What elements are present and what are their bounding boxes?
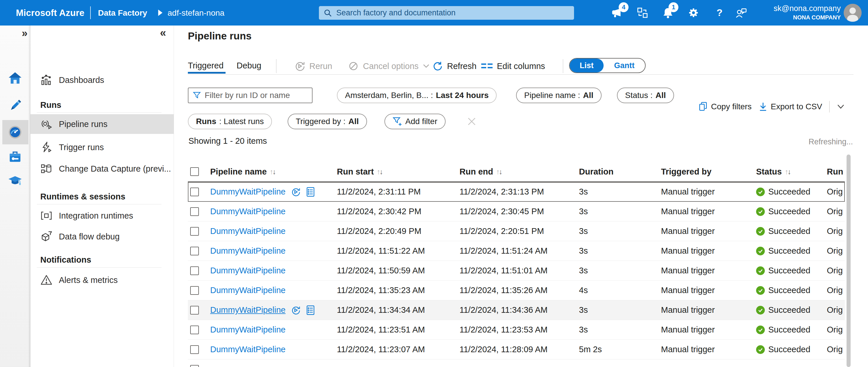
table-row[interactable]: DummyWaitPipeline 11/2/2024, 11:23:51 AM… [188,320,845,340]
pipeline-name-filter-pill[interactable]: Pipeline name : All [516,88,601,103]
collapse-sidebar-icon[interactable]: « [160,27,166,39]
rerun-button[interactable]: Rerun [294,59,332,73]
account-info[interactable]: sk@nona.company NONA COMPANY [774,4,841,21]
avatar[interactable] [844,4,862,22]
monitor-gauge-icon[interactable] [7,125,23,140]
data-flow-debug-icon [40,231,53,243]
pipeline-run-link[interactable]: DummyWaitPipeline [210,345,285,354]
clear-filters-icon[interactable] [466,116,477,127]
duration-cell: 3s [579,246,661,256]
triggered-by-filter-pill[interactable]: Triggered by : All [288,114,367,129]
run-id-header[interactable]: Run [827,167,845,177]
toggle-gantt[interactable]: Gantt [603,59,645,72]
sidebar-item-dashboards[interactable]: Dashboards [30,70,174,90]
run-start-cell: 11/2/2024, 2:30:42 PM [337,207,460,216]
run-start-header[interactable]: Run start↑↓ [337,167,460,177]
table-row[interactable]: DummyWaitPipeline 11/2/2024, 11:34:34 AM… [188,300,845,320]
tab-debug[interactable]: Debug [237,61,261,70]
pipeline-run-link[interactable]: DummyWaitPipeline [210,325,285,335]
table-row[interactable] [188,360,845,367]
sidebar-item-change-data-capture[interactable]: Change Data Capture (previ... [30,159,174,179]
expand-rail-icon[interactable]: » [22,27,28,39]
duration-header[interactable]: Duration [579,167,661,177]
rerun-icon[interactable] [291,187,301,197]
cancel-options-button[interactable]: Cancel options [348,59,430,73]
sidebar-item-data-flow-debug[interactable]: Data flow debug [30,227,174,246]
sidebar-item-alerts-metrics[interactable]: Alerts & metrics [30,270,174,290]
timezone-time-filter-pill[interactable]: Amsterdam, Berlin, B... : Last 24 hours [337,88,497,103]
row-checkbox[interactable] [190,306,199,314]
table-row[interactable]: DummyWaitPipeline 11/2/2024, 11:51:22 AM… [188,241,845,261]
runs-filter-label: Runs [196,117,216,126]
home-icon[interactable] [7,71,23,86]
row-checkbox[interactable] [190,286,199,295]
sidebar-item-trigger-runs[interactable]: Trigger runs [30,137,174,157]
vertical-scrollbar[interactable] [846,154,850,367]
user-organization: NONA COMPANY [774,14,841,21]
run-start-cell: 11/2/2024, 11:23:07 AM [337,345,460,354]
succeeded-icon [756,227,765,236]
pipeline-run-link[interactable]: DummyWaitPipeline [210,187,285,196]
status-header[interactable]: Status↑↓ [756,167,827,177]
select-all-checkbox[interactable] [190,167,199,176]
row-checkbox[interactable] [190,247,199,255]
manage-toolbox-icon[interactable] [7,150,23,165]
table-row[interactable]: DummyWaitPipeline 11/2/2024, 11:23:07 AM… [188,340,845,360]
run-filter-field[interactable] [188,88,312,103]
pipeline-run-link[interactable]: DummyWaitPipeline [210,285,285,295]
more-export-options-button[interactable] [837,104,845,110]
sidebar-item-integration-runtimes[interactable]: Integration runtimes [30,206,174,225]
pipeline-name-header[interactable]: Pipeline name↑↓ [210,167,337,177]
sidebar-item-pipeline-runs[interactable]: Pipeline runs [30,114,174,134]
consumption-report-icon[interactable] [306,187,315,197]
search-input[interactable] [336,8,569,18]
table-row[interactable]: DummyWaitPipeline 11/2/2024, 11:50:59 AM… [188,261,845,281]
help-icon[interactable]: ? [714,7,725,19]
run-filter-input[interactable] [205,91,309,100]
table-row[interactable]: DummyWaitPipeline 11/2/2024, 2:31:11 PM … [188,182,845,202]
toggle-list[interactable]: List [570,59,603,72]
table-row[interactable]: DummyWaitPipeline 11/2/2024, 2:20:49 PM … [188,221,845,241]
row-checkbox[interactable] [190,365,199,367]
refresh-button[interactable]: Refresh [432,59,476,73]
tab-triggered[interactable]: Triggered [188,61,223,70]
author-pencil-icon[interactable] [7,98,23,113]
sort-icon: ↑↓ [270,167,275,176]
switch-directory-icon[interactable] [637,7,648,19]
pipeline-runs-table: Pipeline name↑↓ Run start↑↓ Run end↑↓ Du… [188,162,845,367]
azure-brand[interactable]: Microsoft Azure [16,8,84,18]
global-search[interactable] [319,6,574,20]
row-checkbox[interactable] [190,267,199,275]
row-checkbox[interactable] [190,188,199,196]
settings-gear-icon[interactable] [688,7,699,19]
pipeline-run-link[interactable]: DummyWaitPipeline [210,226,285,236]
row-checkbox[interactable] [190,345,199,354]
run-end-header[interactable]: Run end↑↓ [460,167,579,177]
succeeded-icon [756,306,765,314]
consumption-report-icon[interactable] [306,305,315,315]
pipeline-run-link[interactable]: DummyWaitPipeline [210,305,285,315]
row-checkbox[interactable] [190,326,199,334]
edit-columns-button[interactable]: Edit columns [481,59,545,73]
add-filter-button[interactable]: Add filter [384,114,445,129]
export-to-csv-button[interactable]: Export to CSV [759,102,822,112]
table-row[interactable]: DummyWaitPipeline 11/2/2024, 2:30:42 PM … [188,202,845,221]
triggered-by-header[interactable]: Triggered by [661,167,756,177]
feedback-icon[interactable] [735,7,747,19]
status-filter-pill[interactable]: Status : All [617,88,674,103]
pipeline-run-link[interactable]: DummyWaitPipeline [210,246,285,256]
run-start-cell: 11/2/2024, 2:20:49 PM [337,226,460,236]
runs-filter-pill[interactable]: Runs : Latest runs [188,114,272,129]
learning-cap-icon[interactable] [7,173,23,188]
rerun-icon[interactable] [291,305,301,315]
row-checkbox[interactable] [190,207,199,216]
add-filter-funnel-icon [393,117,402,126]
row-checkbox[interactable] [190,227,199,236]
pipeline-run-link[interactable]: DummyWaitPipeline [210,207,285,216]
duration-cell: 3s [579,266,661,275]
pipeline-run-link[interactable]: DummyWaitPipeline [210,266,285,275]
breadcrumb-app[interactable]: Data Factory [98,8,147,18]
copy-filters-button[interactable]: Copy filters [699,101,752,112]
breadcrumb-factory[interactable]: adf-stefan-nona [167,8,224,18]
table-row[interactable]: DummyWaitPipeline 11/2/2024, 11:35:23 AM… [188,281,845,300]
